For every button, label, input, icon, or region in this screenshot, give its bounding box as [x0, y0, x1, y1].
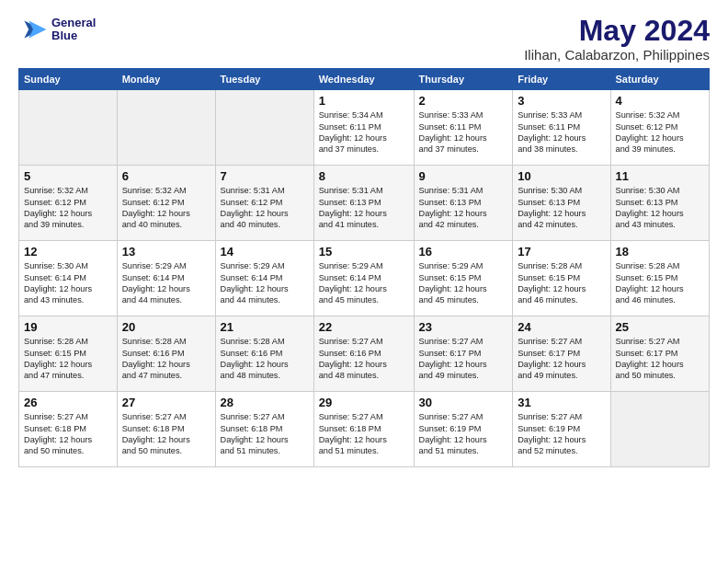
- day-cell: [19, 90, 118, 166]
- header: General Blue May 2024 Ilihan, Calabarzon…: [18, 15, 710, 63]
- day-info: Sunrise: 5:27 AM Sunset: 6:18 PM Dayligh…: [221, 411, 309, 457]
- day-cell: 1Sunrise: 5:34 AM Sunset: 6:11 PM Daylig…: [313, 90, 414, 166]
- day-number: 2: [419, 94, 508, 108]
- day-number: 4: [616, 94, 704, 108]
- day-info: Sunrise: 5:29 AM Sunset: 6:14 PM Dayligh…: [319, 260, 409, 306]
- day-cell: 18Sunrise: 5:28 AM Sunset: 6:15 PM Dayli…: [610, 241, 709, 316]
- day-cell: [610, 392, 709, 467]
- day-cell: 20Sunrise: 5:28 AM Sunset: 6:16 PM Dayli…: [117, 316, 215, 392]
- day-info: Sunrise: 5:27 AM Sunset: 6:19 PM Dayligh…: [419, 411, 508, 457]
- col-header-thursday: Thursday: [414, 69, 513, 90]
- day-cell: 29Sunrise: 5:27 AM Sunset: 6:18 PM Dayli…: [313, 392, 414, 467]
- day-info: Sunrise: 5:31 AM Sunset: 6:13 PM Dayligh…: [419, 185, 508, 231]
- day-info: Sunrise: 5:28 AM Sunset: 6:16 PM Dayligh…: [221, 336, 309, 382]
- day-number: 28: [221, 396, 309, 409]
- day-info: Sunrise: 5:27 AM Sunset: 6:16 PM Dayligh…: [319, 336, 409, 382]
- day-info: Sunrise: 5:28 AM Sunset: 6:15 PM Dayligh…: [24, 336, 112, 382]
- day-cell: 24Sunrise: 5:27 AM Sunset: 6:17 PM Dayli…: [513, 316, 610, 392]
- day-info: Sunrise: 5:29 AM Sunset: 6:15 PM Dayligh…: [419, 260, 508, 306]
- day-number: 31: [518, 396, 605, 409]
- page: General Blue May 2024 Ilihan, Calabarzon…: [0, 0, 728, 563]
- week-row-5: 26Sunrise: 5:27 AM Sunset: 6:18 PM Dayli…: [19, 392, 710, 467]
- day-info: Sunrise: 5:28 AM Sunset: 6:15 PM Dayligh…: [616, 260, 704, 306]
- day-cell: 3Sunrise: 5:33 AM Sunset: 6:11 PM Daylig…: [513, 90, 610, 166]
- day-cell: 6Sunrise: 5:32 AM Sunset: 6:12 PM Daylig…: [117, 166, 215, 241]
- day-number: 29: [319, 396, 409, 409]
- day-cell: 9Sunrise: 5:31 AM Sunset: 6:13 PM Daylig…: [414, 166, 513, 241]
- day-cell: 12Sunrise: 5:30 AM Sunset: 6:14 PM Dayli…: [19, 241, 118, 316]
- day-number: 24: [518, 320, 605, 334]
- day-cell: 16Sunrise: 5:29 AM Sunset: 6:15 PM Dayli…: [414, 241, 513, 316]
- col-header-tuesday: Tuesday: [215, 69, 313, 90]
- day-info: Sunrise: 5:28 AM Sunset: 6:15 PM Dayligh…: [518, 260, 605, 306]
- day-info: Sunrise: 5:27 AM Sunset: 6:17 PM Dayligh…: [616, 336, 704, 382]
- day-cell: 22Sunrise: 5:27 AM Sunset: 6:16 PM Dayli…: [313, 316, 414, 392]
- day-cell: 19Sunrise: 5:28 AM Sunset: 6:15 PM Dayli…: [19, 316, 118, 392]
- day-info: Sunrise: 5:31 AM Sunset: 6:13 PM Dayligh…: [319, 185, 409, 231]
- day-number: 15: [319, 245, 409, 259]
- day-number: 30: [419, 396, 508, 409]
- day-number: 16: [419, 245, 508, 259]
- day-number: 18: [616, 245, 704, 259]
- day-cell: 23Sunrise: 5:27 AM Sunset: 6:17 PM Dayli…: [414, 316, 513, 392]
- calendar-table: SundayMondayTuesdayWednesdayThursdayFrid…: [18, 68, 710, 467]
- day-number: 3: [518, 94, 605, 108]
- main-title: May 2024: [524, 15, 710, 47]
- day-cell: 28Sunrise: 5:27 AM Sunset: 6:18 PM Dayli…: [215, 392, 313, 467]
- day-cell: 2Sunrise: 5:33 AM Sunset: 6:11 PM Daylig…: [414, 90, 513, 166]
- day-info: Sunrise: 5:30 AM Sunset: 6:13 PM Dayligh…: [518, 185, 605, 231]
- day-info: Sunrise: 5:34 AM Sunset: 6:11 PM Dayligh…: [319, 109, 409, 155]
- day-cell: 5Sunrise: 5:32 AM Sunset: 6:12 PM Daylig…: [19, 166, 118, 241]
- day-number: 14: [221, 245, 309, 259]
- day-number: 6: [122, 169, 210, 183]
- day-info: Sunrise: 5:32 AM Sunset: 6:12 PM Dayligh…: [24, 185, 112, 231]
- day-number: 17: [518, 245, 605, 259]
- day-number: 19: [24, 320, 112, 334]
- day-cell: 31Sunrise: 5:27 AM Sunset: 6:19 PM Dayli…: [513, 392, 610, 467]
- day-number: 22: [319, 320, 409, 334]
- day-info: Sunrise: 5:30 AM Sunset: 6:13 PM Dayligh…: [616, 185, 704, 231]
- day-info: Sunrise: 5:27 AM Sunset: 6:18 PM Dayligh…: [24, 411, 112, 457]
- day-cell: 7Sunrise: 5:31 AM Sunset: 6:12 PM Daylig…: [215, 166, 313, 241]
- day-number: 7: [221, 169, 309, 183]
- week-row-2: 5Sunrise: 5:32 AM Sunset: 6:12 PM Daylig…: [19, 166, 710, 241]
- col-header-saturday: Saturday: [610, 69, 709, 90]
- day-cell: [117, 90, 215, 166]
- day-info: Sunrise: 5:28 AM Sunset: 6:16 PM Dayligh…: [122, 336, 210, 382]
- day-cell: 10Sunrise: 5:30 AM Sunset: 6:13 PM Dayli…: [513, 166, 610, 241]
- day-cell: 17Sunrise: 5:28 AM Sunset: 6:15 PM Dayli…: [513, 241, 610, 316]
- day-number: 11: [616, 169, 704, 183]
- day-number: 1: [319, 94, 409, 108]
- col-header-friday: Friday: [513, 69, 610, 90]
- day-number: 8: [319, 169, 409, 183]
- week-row-4: 19Sunrise: 5:28 AM Sunset: 6:15 PM Dayli…: [19, 316, 710, 392]
- day-number: 23: [419, 320, 508, 334]
- day-cell: 4Sunrise: 5:32 AM Sunset: 6:12 PM Daylig…: [610, 90, 709, 166]
- header-row: SundayMondayTuesdayWednesdayThursdayFrid…: [19, 69, 710, 90]
- day-number: 21: [221, 320, 309, 334]
- col-header-sunday: Sunday: [19, 69, 118, 90]
- week-row-1: 1Sunrise: 5:34 AM Sunset: 6:11 PM Daylig…: [19, 90, 710, 166]
- day-info: Sunrise: 5:27 AM Sunset: 6:17 PM Dayligh…: [419, 336, 508, 382]
- day-number: 20: [122, 320, 210, 334]
- day-info: Sunrise: 5:29 AM Sunset: 6:14 PM Dayligh…: [221, 260, 309, 306]
- day-info: Sunrise: 5:27 AM Sunset: 6:17 PM Dayligh…: [518, 336, 605, 382]
- day-cell: 25Sunrise: 5:27 AM Sunset: 6:17 PM Dayli…: [610, 316, 709, 392]
- week-row-3: 12Sunrise: 5:30 AM Sunset: 6:14 PM Dayli…: [19, 241, 710, 316]
- title-block: May 2024 Ilihan, Calabarzon, Philippines: [524, 15, 710, 63]
- subtitle: Ilihan, Calabarzon, Philippines: [524, 47, 710, 63]
- day-info: Sunrise: 5:27 AM Sunset: 6:18 PM Dayligh…: [319, 411, 409, 457]
- day-cell: 21Sunrise: 5:28 AM Sunset: 6:16 PM Dayli…: [215, 316, 313, 392]
- logo: General Blue: [18, 15, 96, 44]
- day-cell: [215, 90, 313, 166]
- day-number: 5: [24, 169, 112, 183]
- day-info: Sunrise: 5:32 AM Sunset: 6:12 PM Dayligh…: [122, 185, 210, 231]
- day-cell: 27Sunrise: 5:27 AM Sunset: 6:18 PM Dayli…: [117, 392, 215, 467]
- day-number: 12: [24, 245, 112, 259]
- day-cell: 26Sunrise: 5:27 AM Sunset: 6:18 PM Dayli…: [19, 392, 118, 467]
- day-info: Sunrise: 5:29 AM Sunset: 6:14 PM Dayligh…: [122, 260, 210, 306]
- day-info: Sunrise: 5:33 AM Sunset: 6:11 PM Dayligh…: [419, 109, 508, 155]
- day-info: Sunrise: 5:30 AM Sunset: 6:14 PM Dayligh…: [24, 260, 112, 306]
- day-number: 25: [616, 320, 704, 334]
- day-cell: 30Sunrise: 5:27 AM Sunset: 6:19 PM Dayli…: [414, 392, 513, 467]
